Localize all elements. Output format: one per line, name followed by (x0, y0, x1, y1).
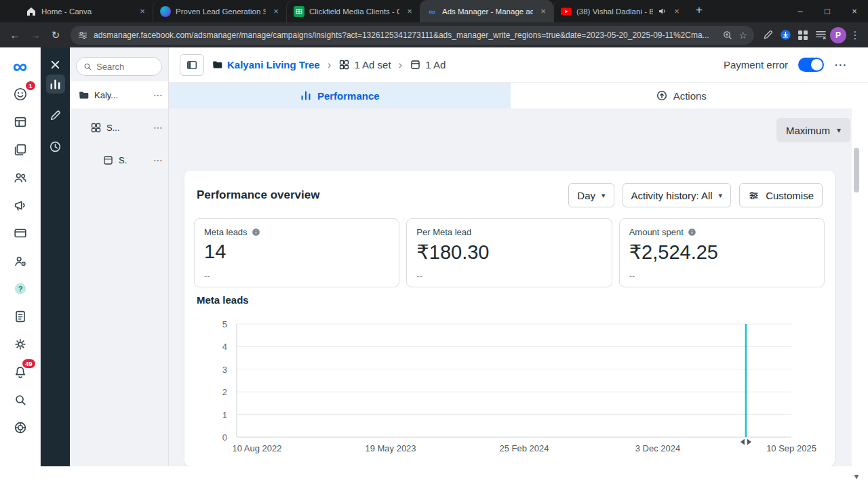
pages-icon[interactable] (7, 136, 34, 163)
breadcrumb-campaign[interactable]: Kalyani Living Tree (212, 59, 320, 70)
business-settings-icon[interactable] (7, 247, 34, 274)
breadcrumb-adset[interactable]: 1 Ad set (338, 59, 391, 70)
search-nav-icon[interactable] (7, 386, 34, 413)
browser-tab-canva-doc[interactable]: Proven Lead Generation Strateg × (153, 0, 286, 22)
sliders-icon (748, 190, 760, 201)
url-text[interactable]: adsmanager.facebook.com/adsmanager/manag… (94, 30, 717, 40)
info-icon[interactable] (252, 228, 260, 237)
ads-manager-app: ∞ 1 ? (0, 47, 868, 466)
metric-value: 14 (204, 241, 389, 263)
browser-menu-icon[interactable]: ⋮ (848, 29, 863, 41)
profile-avatar[interactable]: P (830, 27, 846, 43)
tree-item-menu-icon[interactable]: ⋯ (153, 122, 163, 133)
tree-item-campaign[interactable]: Kaly... ⋯ (70, 81, 168, 108)
refresh-button[interactable]: ↻ (46, 26, 65, 45)
breadcrumb-ad[interactable]: 1 Ad (410, 59, 446, 70)
chevron-down-icon: ▾ (601, 191, 606, 200)
view-charts-icon[interactable] (46, 75, 65, 94)
account-icon[interactable]: 1 (7, 81, 34, 108)
tab-close-icon[interactable]: × (538, 6, 549, 17)
tree-item-adset[interactable]: S... ⋯ (70, 114, 168, 141)
tab-close-icon[interactable]: × (271, 6, 281, 17)
day-label: Day (577, 190, 595, 201)
history-clock-icon[interactable] (46, 137, 65, 156)
window-close-button[interactable]: × (841, 0, 868, 22)
ad-icon (410, 59, 421, 70)
scrollbar-thumb[interactable] (854, 148, 859, 192)
ad-icon (102, 155, 114, 166)
activity-label: Activity history: All (631, 190, 713, 201)
tab-actions[interactable]: Actions (511, 83, 852, 108)
close-insights-icon[interactable] (46, 55, 65, 74)
meta-logo[interactable]: ∞ (13, 53, 27, 80)
tab-close-icon[interactable]: × (404, 6, 415, 17)
more-options-icon[interactable]: ⋯ (834, 57, 848, 73)
tab-audio-icon[interactable] (658, 7, 667, 16)
metric-value: ₹180.30 (416, 241, 601, 264)
metrics-row: Meta leads 14 -- Per Meta lead ₹180.3 (194, 218, 825, 287)
window-maximize-button[interactable]: □ (814, 0, 841, 22)
extension-edit-icon[interactable] (760, 27, 776, 43)
tab-performance[interactable]: Performance (169, 83, 511, 108)
tab-title: Proven Lead Generation Strateg (176, 7, 266, 16)
home-favicon-icon (26, 6, 37, 17)
settings-gear-icon[interactable] (7, 331, 34, 358)
svg-text:?: ? (18, 285, 22, 293)
chevron-down-icon: ▾ (837, 125, 841, 135)
svg-text:0: 0 (222, 432, 227, 443)
window-minimize-button[interactable]: – (787, 0, 814, 22)
breadcrumb-label: 1 Ad (425, 59, 446, 70)
scrollbar-down-arrow[interactable]: ▼ (850, 470, 863, 483)
downloads-icon[interactable] (777, 27, 793, 43)
reports-icon[interactable] (7, 303, 34, 330)
tab-title: Home - Canva (41, 7, 132, 16)
billing-icon[interactable] (7, 220, 34, 247)
site-info-icon[interactable] (77, 30, 88, 41)
browser-tab-bar: Home - Canva × Proven Lead Generation St… (0, 0, 868, 22)
extensions-icon[interactable] (795, 27, 811, 43)
tree-item-ad[interactable]: S. ⋯ (70, 146, 168, 174)
tab-close-icon[interactable]: × (137, 6, 148, 17)
info-icon[interactable] (688, 228, 696, 237)
browser-tab-ads-manager[interactable]: ∞ Ads Manager - Manage ads - C × (420, 0, 553, 22)
zoom-icon[interactable] (722, 30, 733, 41)
browser-tab-sheets[interactable]: Clickfield Media Clients - Goog × (286, 0, 420, 22)
edit-icon[interactable] (46, 106, 65, 125)
tab-title: Clickfield Media Clients - Goog (309, 7, 399, 16)
maximum-dropdown[interactable]: Maximum ▾ (776, 118, 850, 142)
campaign-toggle[interactable] (798, 58, 824, 72)
tree-search[interactable] (76, 57, 162, 76)
back-button[interactable]: ← (5, 26, 24, 45)
troubleshooting-icon[interactable] (7, 414, 34, 441)
bookmark-star-icon[interactable]: ☆ (738, 30, 747, 41)
tree-item-menu-icon[interactable]: ⋯ (153, 89, 163, 100)
collapse-sidebar-button[interactable] (180, 54, 204, 76)
customise-button[interactable]: Customise (739, 183, 823, 207)
notifications-bell-icon[interactable]: 49 (7, 359, 34, 386)
insights-rail (41, 47, 70, 466)
day-dropdown[interactable]: Day ▾ (568, 183, 614, 207)
svg-text:4: 4 (222, 342, 227, 352)
reading-list-icon[interactable] (812, 27, 829, 43)
payment-error-label: Payment error (724, 59, 788, 70)
address-bar[interactable]: adsmanager.facebook.com/adsmanager/manag… (71, 26, 754, 45)
chevron-down-icon: ▾ (719, 191, 723, 200)
help-icon[interactable]: ? (7, 275, 34, 302)
browser-tab-youtube[interactable]: (38) Vishal Dadlani - Broth × (553, 0, 687, 22)
card-title: Performance overview (197, 188, 319, 202)
search-input[interactable] (96, 62, 155, 72)
campaigns-icon[interactable] (7, 108, 34, 136)
breadcrumb-label: Kalyani Living Tree (227, 59, 320, 70)
ads-megaphone-icon[interactable] (7, 192, 34, 219)
tree-item-menu-icon[interactable]: ⋯ (153, 155, 163, 165)
browser-tab-home-canva[interactable]: Home - Canva × (19, 0, 153, 22)
tab-close-icon[interactable]: × (671, 6, 682, 17)
tab-title: (38) Vishal Dadlani - Broth (576, 7, 653, 16)
new-tab-button[interactable]: + (690, 1, 709, 20)
sidebar-layout-icon (186, 59, 198, 71)
audiences-icon[interactable] (7, 164, 34, 191)
svg-text:19 May 2023: 19 May 2023 (365, 443, 416, 453)
activity-history-dropdown[interactable]: Activity history: All ▾ (623, 183, 732, 207)
forward-button[interactable]: → (26, 26, 45, 45)
meta-leads-chart[interactable]: 01234510 Aug 202219 May 202325 Feb 20243… (198, 317, 818, 460)
